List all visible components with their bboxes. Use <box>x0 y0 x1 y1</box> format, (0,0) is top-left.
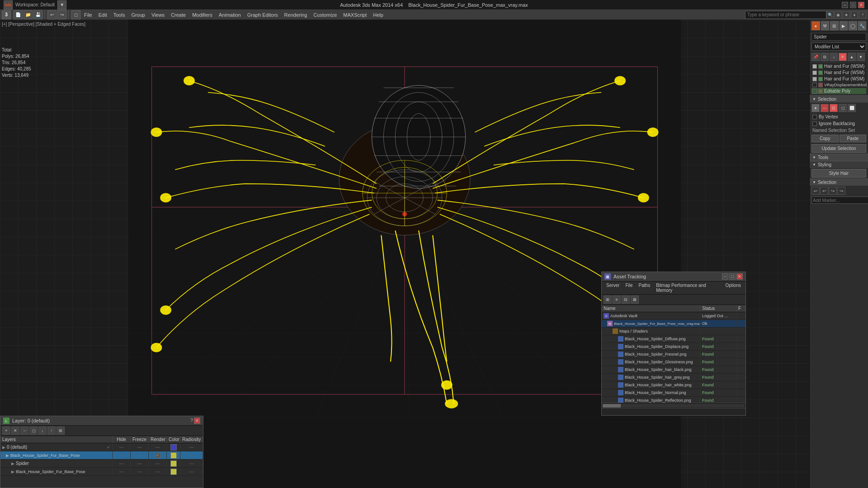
menu-modifiers[interactable]: Modifiers <box>189 11 215 19</box>
mod-copy-btn[interactable]: ⧉ <box>821 53 829 61</box>
at-row-displace[interactable]: Black_House_Spider_Displace.png Found <box>602 343 745 351</box>
sel-icon-3[interactable]: ↪ <box>829 187 837 195</box>
layer3-color[interactable] <box>170 469 177 475</box>
sel-icon-2[interactable]: ↩ <box>820 187 828 195</box>
layer1-render-cb[interactable]: ✓ <box>155 453 160 458</box>
lp-row-spider[interactable]: ▶ Spider — — — — <box>0 460 203 468</box>
lp-row-spider-fur2[interactable]: ▶ Black_House_Spider_Fur_Base_Pose — — —… <box>0 468 203 476</box>
modifier-cb-0[interactable] <box>812 64 817 69</box>
lp-child-layer[interactable]: ↓ <box>38 427 47 435</box>
rp-update-selection-btn[interactable]: Update Selection <box>811 144 866 153</box>
at-menu-paths[interactable]: Paths <box>636 282 653 293</box>
rp-selection2-header[interactable]: ▼ Selection <box>810 178 868 186</box>
sel-edge2-btn[interactable]: ⊟ <box>830 104 838 112</box>
rp-styling-header[interactable]: ▼ Styling <box>810 161 868 168</box>
lp-new-layer[interactable]: + <box>2 427 10 435</box>
rp-tab-utilities[interactable]: 🔧 <box>858 21 867 30</box>
rp-tab-modify[interactable]: ⚒ <box>821 21 830 30</box>
menu-animation[interactable]: Animation <box>216 11 244 19</box>
mod-pin-btn[interactable]: 📌 <box>811 53 820 61</box>
at-row-diffuse[interactable]: Black_House_Spider_Diffuse.png Found <box>602 335 745 343</box>
rp-modifier-dropdown[interactable]: Modifier List <box>811 42 866 51</box>
save-btn[interactable]: 💾 <box>33 10 42 19</box>
at-menu-file[interactable]: File <box>623 282 635 293</box>
rp-style-hair-btn[interactable]: Style Hair <box>811 169 866 178</box>
at-row-maxfile[interactable]: M Black_House_Spider_Fur_Base_Pose_max_v… <box>602 320 745 328</box>
lp-expand-all[interactable]: ⊞ <box>57 427 65 435</box>
modifier-item-4[interactable]: Editable Poly <box>811 88 866 94</box>
rp-selection-header[interactable]: ▼ Selection <box>810 95 868 103</box>
search-option4[interactable]: ? <box>859 11 866 19</box>
lp-add-to-layer[interactable]: → <box>20 427 28 435</box>
menu-maxscript[interactable]: MAXScript <box>340 11 369 19</box>
at-row-hair-grey[interactable]: Black_House_Spider_hair_grey.png Found <box>602 374 745 381</box>
rp-copy-btn[interactable]: Copy <box>811 135 839 142</box>
at-menu-server[interactable]: Server <box>604 282 622 293</box>
open-btn[interactable]: 📁 <box>24 10 33 19</box>
ignore-backfacing-cb[interactable] <box>812 122 817 126</box>
at-restore-btn[interactable]: □ <box>729 273 736 280</box>
modifier-item-0[interactable]: Hair and Fur (WSM) <box>811 63 866 70</box>
by-vertex-cb[interactable] <box>812 115 817 119</box>
modifier-cb-4[interactable] <box>812 89 817 94</box>
modifier-cb-3[interactable] <box>812 83 817 87</box>
sel-dot-btn[interactable]: ● <box>811 104 820 112</box>
at-row-reflection[interactable]: Black_House_Spider_Reflection.png Found <box>602 397 745 403</box>
search-option1[interactable]: ◉ <box>835 11 842 19</box>
menu-customize[interactable]: Customize <box>311 11 340 19</box>
at-tool3[interactable]: ⊟ <box>622 296 630 304</box>
menu-file[interactable]: File <box>81 11 95 19</box>
at-row-fresnel[interactable]: Black_House_Spider_Fresnel.png Found <box>602 351 745 358</box>
mod-paste-btn[interactable]: ⬦ <box>830 53 838 61</box>
search-input[interactable] <box>745 11 826 19</box>
menu-help[interactable]: Help <box>370 11 386 19</box>
mod-move-down-btn[interactable]: ▼ <box>857 53 865 61</box>
menu-create[interactable]: Create <box>168 11 189 19</box>
sel-icon-1[interactable]: ↩ <box>811 187 820 195</box>
close-btn[interactable]: ✕ <box>858 2 864 8</box>
menu-views[interactable]: Views <box>149 11 167 19</box>
at-row-hair-black[interactable]: Black_House_Spider_hair_black.png Found <box>602 366 745 374</box>
menu-graph-editors[interactable]: Graph Editors <box>245 11 281 19</box>
at-tool4[interactable]: ⊠ <box>631 296 639 304</box>
menu-tools[interactable]: Tools <box>111 11 128 19</box>
search-btn[interactable]: 🔍 <box>826 11 834 19</box>
viewport[interactable]: [+] [Perspective] [Shaded + Edged Faces]… <box>0 20 809 488</box>
at-row-gloss[interactable]: Black_House_Spider_Glossiness.png Found <box>602 358 745 366</box>
modifier-item-1[interactable]: Hair and Fur (WSM) <box>811 70 866 76</box>
mod-delete-btn[interactable]: ✕ <box>839 53 847 61</box>
redo-btn[interactable]: ↪ <box>57 10 66 19</box>
at-menu-options[interactable]: Options <box>723 282 744 293</box>
search-option3[interactable]: ♦ <box>851 11 858 19</box>
at-row-normal[interactable]: Black_House_Spider_Normal.png Found <box>602 389 745 397</box>
rp-tab-display[interactable]: ◯ <box>849 21 857 30</box>
rp-tools-header[interactable]: ▼ Tools <box>810 154 868 161</box>
at-tool1[interactable]: ⊞ <box>604 296 612 304</box>
at-close-btn[interactable]: ✕ <box>736 273 743 280</box>
modifier-cb-2[interactable] <box>812 77 817 81</box>
rp-marker-input[interactable] <box>811 197 868 204</box>
sel-edge-btn[interactable]: — <box>821 104 829 112</box>
search-option2[interactable]: ★ <box>843 11 850 19</box>
lp-help-btn[interactable]: ? <box>190 418 193 424</box>
layer1-color[interactable] <box>170 452 177 459</box>
rp-paste-btn[interactable]: Paste <box>840 135 867 142</box>
layer2-color[interactable] <box>170 460 177 467</box>
at-scrollbar[interactable] <box>602 403 745 408</box>
menu-group[interactable]: Group <box>128 11 148 19</box>
maximize-btn[interactable]: □ <box>850 2 856 8</box>
undo-btn[interactable]: ↩ <box>47 10 57 19</box>
lp-select-layer[interactable]: ◻ <box>29 427 38 435</box>
at-row-maps[interactable]: Maps / Shaders <box>602 328 745 335</box>
modifier-cb-1[interactable] <box>812 70 817 75</box>
rp-tab-hierarchy[interactable]: ⊞ <box>830 21 839 30</box>
at-minimize-btn[interactable]: − <box>722 273 728 280</box>
minimize-btn[interactable]: − <box>842 2 848 8</box>
lp-close-btn[interactable]: ✕ <box>194 418 200 424</box>
at-scroll-thumb[interactable] <box>603 404 621 408</box>
layer0-color[interactable] <box>170 444 177 450</box>
lp-row-spider-fur[interactable]: ▶ Black_House_Spider_Fur_Base_Pose — — ✓… <box>0 451 203 460</box>
at-menu-bitmap[interactable]: Bitmap Performance and Memory <box>653 282 722 293</box>
menu-edit[interactable]: Edit <box>96 11 110 19</box>
sel-icon-4[interactable]: ↪ <box>837 187 845 195</box>
